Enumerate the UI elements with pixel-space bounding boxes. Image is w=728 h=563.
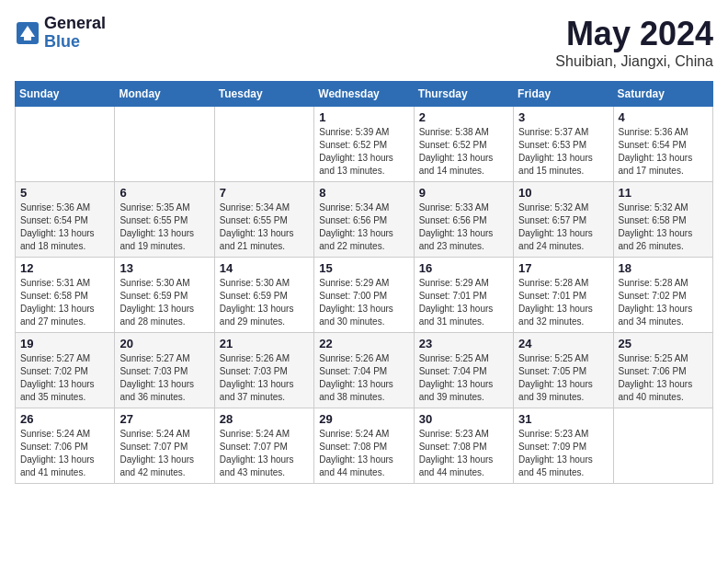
day-info: Sunrise: 5:25 AMSunset: 7:05 PMDaylight:… xyxy=(518,352,608,404)
calendar-cell: 16Sunrise: 5:29 AMSunset: 7:01 PMDayligh… xyxy=(414,258,513,333)
weekday-header-friday: Friday xyxy=(514,82,613,107)
day-number: 22 xyxy=(319,337,408,350)
day-info: Sunrise: 5:33 AMSunset: 6:56 PMDaylight:… xyxy=(419,201,508,253)
day-number: 12 xyxy=(20,261,109,275)
calendar-cell: 10Sunrise: 5:32 AMSunset: 6:57 PMDayligh… xyxy=(514,182,613,258)
day-number: 6 xyxy=(119,186,209,200)
day-info: Sunrise: 5:24 AMSunset: 7:06 PMDaylight:… xyxy=(20,428,109,479)
calendar-cell: 17Sunrise: 5:28 AMSunset: 7:01 PMDayligh… xyxy=(514,258,613,333)
calendar-cell: 9Sunrise: 5:33 AMSunset: 6:56 PMDaylight… xyxy=(414,182,513,258)
day-number: 14 xyxy=(220,261,309,275)
calendar-cell: 1Sunrise: 5:39 AMSunset: 6:52 PMDaylight… xyxy=(314,107,414,182)
day-info: Sunrise: 5:32 AMSunset: 6:58 PMDaylight:… xyxy=(619,201,708,253)
calendar-cell: 15Sunrise: 5:29 AMSunset: 7:00 PMDayligh… xyxy=(314,258,414,333)
title-area: May 2024 Shuibian, Jiangxi, China xyxy=(555,15,713,70)
calendar-cell: 6Sunrise: 5:35 AMSunset: 6:55 PMDaylight… xyxy=(115,182,214,258)
day-number: 21 xyxy=(220,337,309,350)
weekday-header-row: SundayMondayTuesdayWednesdayThursdayFrid… xyxy=(16,82,713,107)
calendar-week-2: 5Sunrise: 5:36 AMSunset: 6:54 PMDaylight… xyxy=(16,182,713,258)
calendar-week-1: 1Sunrise: 5:39 AMSunset: 6:52 PMDaylight… xyxy=(16,107,713,182)
calendar-table: SundayMondayTuesdayWednesdayThursdayFrid… xyxy=(15,81,713,484)
calendar-week-3: 12Sunrise: 5:31 AMSunset: 6:58 PMDayligh… xyxy=(16,258,713,333)
day-info: Sunrise: 5:35 AMSunset: 6:55 PMDaylight:… xyxy=(119,201,209,253)
day-info: Sunrise: 5:31 AMSunset: 6:58 PMDaylight:… xyxy=(20,277,109,328)
calendar-week-5: 26Sunrise: 5:24 AMSunset: 7:06 PMDayligh… xyxy=(16,408,713,484)
calendar-cell: 13Sunrise: 5:30 AMSunset: 6:59 PMDayligh… xyxy=(115,258,214,333)
weekday-header-thursday: Thursday xyxy=(414,82,513,107)
day-number: 29 xyxy=(319,412,408,426)
calendar-cell: 8Sunrise: 5:34 AMSunset: 6:56 PMDaylight… xyxy=(314,182,414,258)
day-info: Sunrise: 5:32 AMSunset: 6:57 PMDaylight:… xyxy=(518,201,608,253)
day-info: Sunrise: 5:26 AMSunset: 7:03 PMDaylight:… xyxy=(220,352,309,404)
weekday-header-monday: Monday xyxy=(115,82,214,107)
day-info: Sunrise: 5:28 AMSunset: 7:01 PMDaylight:… xyxy=(518,277,608,328)
calendar-cell: 5Sunrise: 5:36 AMSunset: 6:54 PMDaylight… xyxy=(16,182,115,258)
day-info: Sunrise: 5:23 AMSunset: 7:09 PMDaylight:… xyxy=(518,428,608,479)
day-info: Sunrise: 5:30 AMSunset: 6:59 PMDaylight:… xyxy=(220,277,309,328)
day-number: 28 xyxy=(220,412,309,426)
day-info: Sunrise: 5:38 AMSunset: 6:52 PMDaylight:… xyxy=(419,126,508,178)
calendar-cell: 2Sunrise: 5:38 AMSunset: 6:52 PMDaylight… xyxy=(414,107,513,182)
day-info: Sunrise: 5:27 AMSunset: 7:03 PMDaylight:… xyxy=(119,352,209,404)
day-info: Sunrise: 5:34 AMSunset: 6:55 PMDaylight:… xyxy=(220,201,309,253)
day-info: Sunrise: 5:36 AMSunset: 6:54 PMDaylight:… xyxy=(20,201,109,253)
day-info: Sunrise: 5:24 AMSunset: 7:07 PMDaylight:… xyxy=(119,428,209,479)
calendar-cell xyxy=(115,107,214,182)
day-info: Sunrise: 5:23 AMSunset: 7:08 PMDaylight:… xyxy=(419,428,508,479)
page-header: General Blue May 2024 Shuibian, Jiangxi,… xyxy=(15,15,713,70)
day-number: 23 xyxy=(419,337,508,350)
day-info: Sunrise: 5:25 AMSunset: 7:04 PMDaylight:… xyxy=(419,352,508,404)
day-number: 31 xyxy=(518,412,608,426)
day-number: 9 xyxy=(419,186,508,200)
day-number: 27 xyxy=(119,412,209,426)
day-number: 20 xyxy=(119,337,209,350)
calendar-cell xyxy=(16,107,115,182)
day-info: Sunrise: 5:29 AMSunset: 7:00 PMDaylight:… xyxy=(319,277,408,328)
calendar-cell: 21Sunrise: 5:26 AMSunset: 7:03 PMDayligh… xyxy=(214,333,313,408)
calendar-cell: 30Sunrise: 5:23 AMSunset: 7:08 PMDayligh… xyxy=(414,408,513,484)
day-number: 7 xyxy=(220,186,309,200)
day-number: 25 xyxy=(619,337,708,350)
day-number: 16 xyxy=(419,261,508,275)
calendar-cell: 20Sunrise: 5:27 AMSunset: 7:03 PMDayligh… xyxy=(115,333,214,408)
day-number: 8 xyxy=(319,186,408,200)
calendar-cell: 26Sunrise: 5:24 AMSunset: 7:06 PMDayligh… xyxy=(16,408,115,484)
day-number: 15 xyxy=(319,261,408,275)
calendar-cell xyxy=(613,408,712,484)
weekday-header-sunday: Sunday xyxy=(16,82,115,107)
logo-line2: Blue xyxy=(44,33,106,52)
calendar-cell: 7Sunrise: 5:34 AMSunset: 6:55 PMDaylight… xyxy=(214,182,313,258)
logo: General Blue xyxy=(15,15,106,52)
calendar-cell: 3Sunrise: 5:37 AMSunset: 6:53 PMDaylight… xyxy=(514,107,613,182)
calendar-week-4: 19Sunrise: 5:27 AMSunset: 7:02 PMDayligh… xyxy=(16,333,713,408)
day-number: 4 xyxy=(619,110,708,124)
day-number: 30 xyxy=(419,412,508,426)
day-number: 26 xyxy=(20,412,109,426)
day-info: Sunrise: 5:29 AMSunset: 7:01 PMDaylight:… xyxy=(419,277,508,328)
day-number: 3 xyxy=(518,110,608,124)
calendar-body: 1Sunrise: 5:39 AMSunset: 6:52 PMDaylight… xyxy=(16,107,713,484)
calendar-cell: 27Sunrise: 5:24 AMSunset: 7:07 PMDayligh… xyxy=(115,408,214,484)
day-info: Sunrise: 5:27 AMSunset: 7:02 PMDaylight:… xyxy=(20,352,109,404)
calendar-cell: 25Sunrise: 5:25 AMSunset: 7:06 PMDayligh… xyxy=(613,333,712,408)
day-info: Sunrise: 5:30 AMSunset: 6:59 PMDaylight:… xyxy=(119,277,209,328)
day-info: Sunrise: 5:36 AMSunset: 6:54 PMDaylight:… xyxy=(619,126,708,178)
calendar-cell xyxy=(214,107,313,182)
day-number: 13 xyxy=(119,261,209,275)
calendar-cell: 11Sunrise: 5:32 AMSunset: 6:58 PMDayligh… xyxy=(613,182,712,258)
calendar-cell: 14Sunrise: 5:30 AMSunset: 6:59 PMDayligh… xyxy=(214,258,313,333)
calendar-cell: 29Sunrise: 5:24 AMSunset: 7:08 PMDayligh… xyxy=(314,408,414,484)
month-title: May 2024 xyxy=(555,15,713,53)
day-info: Sunrise: 5:26 AMSunset: 7:04 PMDaylight:… xyxy=(319,352,408,404)
day-number: 10 xyxy=(518,186,608,200)
calendar-cell: 4Sunrise: 5:36 AMSunset: 6:54 PMDaylight… xyxy=(613,107,712,182)
calendar-cell: 22Sunrise: 5:26 AMSunset: 7:04 PMDayligh… xyxy=(314,333,414,408)
logo-icon xyxy=(15,20,40,46)
day-info: Sunrise: 5:24 AMSunset: 7:07 PMDaylight:… xyxy=(220,428,309,479)
day-number: 19 xyxy=(20,337,109,350)
calendar-cell: 28Sunrise: 5:24 AMSunset: 7:07 PMDayligh… xyxy=(214,408,313,484)
weekday-header-wednesday: Wednesday xyxy=(314,82,414,107)
day-number: 2 xyxy=(419,110,508,124)
logo-line1: General xyxy=(44,15,106,33)
calendar-cell: 12Sunrise: 5:31 AMSunset: 6:58 PMDayligh… xyxy=(16,258,115,333)
